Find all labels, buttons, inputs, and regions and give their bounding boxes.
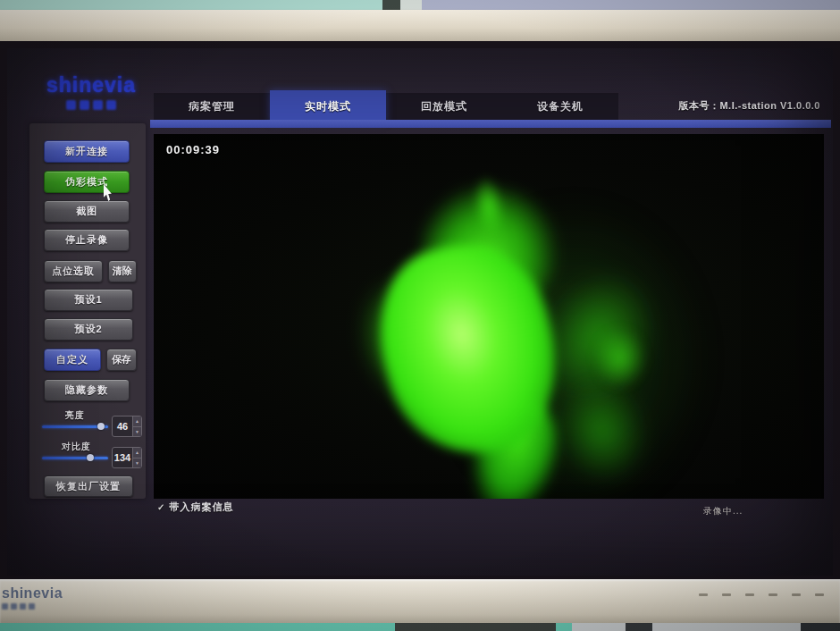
monitor-button xyxy=(699,593,708,596)
new-connection-button[interactable]: 新开连接 xyxy=(44,140,130,163)
brightness-value: 46 xyxy=(113,416,132,436)
desk-background xyxy=(0,623,840,631)
tab-bar: 病案管理 实时模式 回放模式 设备关机 xyxy=(154,93,618,120)
monitor-button xyxy=(745,593,754,596)
monitor-button xyxy=(792,593,801,596)
clear-button[interactable]: 清除 xyxy=(108,260,137,282)
spinner-down-icon[interactable]: ▼ xyxy=(133,459,141,468)
brightness-slider-thumb[interactable] xyxy=(97,423,105,430)
screenshot-button[interactable]: 截图 xyxy=(44,200,130,223)
app-window: shinevia 病案管理 实时模式 回放模式 设备关机 版本号：M.I.-st… xyxy=(7,48,833,576)
spinner-up-icon[interactable]: ▲ xyxy=(133,416,141,427)
video-viewport: 00:09:39 xyxy=(154,134,824,499)
custom-button[interactable]: 自定义 xyxy=(44,349,101,371)
monitor-button xyxy=(722,593,731,596)
brightness-spinner[interactable]: ▲ ▼ xyxy=(132,416,141,436)
brightness-slider[interactable] xyxy=(42,425,108,428)
contrast-spinner[interactable]: ▲ ▼ xyxy=(132,448,141,467)
stop-recording-button[interactable]: 停止录像 xyxy=(44,229,130,251)
contrast-slider[interactable] xyxy=(42,457,108,459)
checkmark-icon: ✓ xyxy=(157,502,165,512)
monitor-button xyxy=(815,593,824,596)
factory-reset-button[interactable]: 恢复出厂设置 xyxy=(44,475,133,497)
tab-realtime-mode[interactable]: 实时模式 xyxy=(270,90,386,122)
photo-of-monitor: shinevia 病案管理 实时模式 回放模式 设备关机 版本号：M.I.-st… xyxy=(0,0,840,631)
shelf-edge xyxy=(0,10,840,43)
logo-chinese-subtitle xyxy=(38,100,145,110)
recording-timestamp: 00:09:39 xyxy=(166,143,220,156)
save-button[interactable]: 保存 xyxy=(106,349,137,371)
brightness-label: 亮度 xyxy=(65,409,85,422)
checkbox-label: 带入病案信息 xyxy=(169,501,233,514)
fluorescence-blob xyxy=(368,193,645,497)
monitor-logo: shinevia xyxy=(2,585,63,610)
include-case-info-checkbox[interactable]: ✓ 带入病案信息 xyxy=(157,501,233,514)
contrast-value: 134 xyxy=(113,448,132,467)
monitor-brand-text: shinevia xyxy=(2,585,63,602)
preset1-button[interactable]: 预设1 xyxy=(44,289,133,311)
app-logo: shinevia xyxy=(38,73,145,110)
version-label: 版本号：M.I.-station V1.0.0.0 xyxy=(678,99,820,113)
monitor-logo-subtitle xyxy=(2,603,63,610)
brand-text: shinevia xyxy=(38,73,145,97)
spinner-up-icon[interactable]: ▲ xyxy=(133,448,141,459)
contrast-value-box[interactable]: 134 ▲ ▼ xyxy=(112,447,142,468)
desk-light-area xyxy=(572,623,840,631)
contrast-label: 对比度 xyxy=(62,441,91,453)
monitor-stand xyxy=(626,623,652,631)
monitor-button xyxy=(769,593,777,596)
monitor-stand xyxy=(395,623,556,631)
tab-device-shutdown[interactable]: 设备关机 xyxy=(502,93,618,120)
monitor-control-buttons xyxy=(699,593,824,596)
pseudocolor-mode-button[interactable]: 伪彩模式 xyxy=(44,171,130,193)
active-tab-strip xyxy=(150,120,831,128)
recording-status: 录像中... xyxy=(703,505,743,517)
contrast-slider-thumb[interactable] xyxy=(87,454,94,461)
tab-case-management[interactable]: 病案管理 xyxy=(154,93,270,120)
monitor-stand xyxy=(801,623,840,631)
spinner-down-icon[interactable]: ▼ xyxy=(133,427,141,437)
preset2-button[interactable]: 预设2 xyxy=(44,318,133,341)
tab-playback-mode[interactable]: 回放模式 xyxy=(386,93,502,120)
hide-params-button[interactable]: 隐藏参数 xyxy=(44,379,130,401)
monitor-chin: shinevia xyxy=(0,579,840,623)
brightness-value-box[interactable]: 46 ▲ ▼ xyxy=(112,416,142,437)
point-select-button[interactable]: 点位选取 xyxy=(44,260,103,282)
sidebar-panel: 新开连接 伪彩模式 截图 停止录像 点位选取 清除 预设1 预设2 自定义 保存… xyxy=(29,123,146,499)
